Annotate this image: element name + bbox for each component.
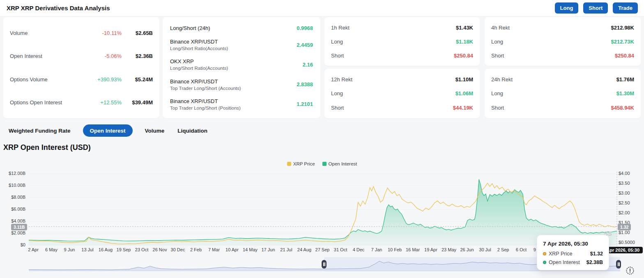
rekt-title-row: 4h Rekt$212.98K [491, 25, 634, 31]
short-button[interactable]: Short [583, 2, 608, 14]
left-axis-tick: $0 [0, 242, 25, 247]
ratio-sublabel: Long/Short Ratio(Accounts) [170, 46, 297, 51]
rekt-cards: 1h Rekt$1.43KLong$1.18KShort$250.844h Re… [324, 17, 641, 118]
ratio-row: Binance XRP/USDTTop Trader Long/Short (A… [170, 78, 313, 91]
ratio-labels: OKX XRPLong/Short Ratio(Accounts) [170, 58, 303, 71]
chart-settings-gear-icon[interactable] [625, 265, 635, 276]
stat-row: Options Volume+390.93%$5.24M [10, 76, 153, 83]
rekt-card: 1h Rekt$1.43KLong$1.18KShort$250.84 [324, 17, 480, 66]
rekt-title-row: 1h Rekt$1.43K [331, 25, 473, 31]
right-axis-tick: $3.50 [619, 181, 643, 186]
rekt-total-value: $1.43K [456, 25, 473, 31]
ratio-label: Binance XRP/USDT [170, 98, 297, 104]
rekt-short-value: $250.84 [615, 53, 634, 59]
rekt-short-value: $458.94K [611, 105, 634, 111]
navigator-handle-left[interactable] [322, 260, 327, 269]
stat-row: Open Interest-5.06%$2.36B [10, 53, 153, 59]
crosshair-oi-badge: 3.11B [11, 224, 27, 230]
stat-value: $5.24M [122, 76, 153, 83]
rekt-card: 4h Rekt$212.98KLong$212.73KShort$250.84 [485, 17, 641, 66]
chart-tabs: Weighted Funding RateOpen InterestVolume… [8, 124, 208, 137]
crosshair-price-badge: 1.32 [618, 224, 631, 230]
tooltip-series-value: $1.32 [590, 251, 603, 257]
rekt-card: 24h Rekt$1.76MLong$1.30MShort$458.94K [485, 69, 641, 118]
rekt-short-row: Short$250.84 [331, 53, 473, 59]
left-axis-tick: $2.00B [0, 230, 25, 235]
rekt-total-value: $1.10M [455, 76, 473, 83]
ratio-labels: Binance XRP/USDTLong/Short Ratio(Account… [170, 39, 297, 51]
left-axis-tick: $8.00B [0, 195, 25, 200]
legend-label: XRP Price [293, 161, 315, 166]
rekt-long-value: $1.30M [616, 90, 634, 96]
rekt-short-label: Short [491, 105, 504, 111]
rekt-long-row: Long$1.06M [331, 90, 473, 96]
tooltip-series-value: $2.38B [586, 260, 603, 265]
legend-item-open-interest[interactable]: Open Interest [322, 161, 357, 166]
market-stats-card: Volume-10.11%$2.65BOpen Interest-5.06%$2… [3, 17, 159, 118]
left-axis-tick: $6.00B [0, 207, 25, 211]
rekt-long-label: Long [491, 39, 503, 45]
stat-label: Options Open Interest [10, 99, 82, 106]
chart-tooltip: 7 Apr 2026, 05:30 XRP Price$1.32Open Int… [537, 235, 609, 270]
rekt-long-label: Long [331, 90, 343, 96]
stat-label: Volume [10, 30, 82, 36]
long-button[interactable]: Long [555, 2, 579, 14]
rekt-short-label: Short [331, 53, 344, 59]
ratio-value: 0.9968 [297, 25, 313, 31]
legend-item-xrp-price[interactable]: XRP Price [287, 161, 315, 166]
rekt-card: 12h Rekt$1.10MLong$1.06MShort$44.19K [324, 69, 480, 118]
legend-label: Open Interest [329, 161, 357, 166]
rekt-long-label: Long [491, 90, 503, 96]
left-axis-tick: $4.00B [0, 218, 25, 223]
left-axis-tick: $10.00B [0, 183, 25, 188]
header-actions: LongShortTrade [555, 2, 638, 14]
tooltip-series-dot [543, 261, 546, 264]
legend-swatch [287, 162, 291, 166]
right-axis-tick: $3.00 [619, 191, 643, 195]
ratio-row: OKX XRPLong/Short Ratio(Accounts)2.16 [170, 58, 313, 71]
right-axis-tick: $2.00 [619, 210, 643, 215]
rekt-long-row: Long$212.73K [491, 39, 634, 45]
tooltip-row: XRP Price$1.32 [543, 251, 603, 257]
trade-button[interactable]: Trade [613, 2, 638, 14]
tooltip-series-label: XRP Price [549, 251, 590, 257]
stat-row: Volume-10.11%$2.65B [10, 30, 153, 36]
ratio-value: 2.8388 [297, 81, 313, 87]
tooltip-series-label: Open Interest [549, 260, 586, 265]
tooltip-date: 7 Apr 2026, 05:30 [543, 241, 603, 247]
tab-open-interest[interactable]: Open Interest [83, 124, 133, 137]
ratio-value: 2.4459 [297, 42, 313, 48]
rekt-title-row: 12h Rekt$1.10M [331, 76, 473, 83]
stat-change: -10.11% [82, 30, 122, 36]
stat-row: Options Open Interest+12.55%$39.49M [10, 99, 153, 106]
rekt-title: 24h Rekt [491, 76, 513, 83]
right-axis-tick: $1.00 [619, 230, 643, 235]
ratio-value: 1.2101 [297, 101, 313, 107]
legend-swatch [322, 162, 327, 166]
rekt-long-row: Long$1.30M [491, 90, 634, 96]
ratio-row: Long/Short (24h)0.9968 [170, 25, 313, 31]
rekt-title: 12h Rekt [331, 76, 352, 83]
rekt-long-value: $1.06M [455, 90, 473, 96]
page-title: XRP XRP Derivatives Data Analysis [7, 5, 110, 11]
tab-liquidation[interactable]: Liquidation [177, 124, 208, 137]
navigator-handle-right[interactable] [616, 260, 621, 269]
rekt-short-value: $250.84 [454, 53, 473, 59]
rekt-short-value: $44.19K [453, 105, 473, 111]
right-axis-tick: $4.00 [619, 171, 643, 176]
ratio-label: Binance XRP/USDT [170, 78, 297, 85]
rekt-long-row: Long$1.18K [331, 39, 473, 45]
right-axis-tick: $0.5000 [619, 240, 643, 245]
ratio-sublabel: Top Trader Long/Short (Positions) [170, 106, 297, 110]
ratio-label: OKX XRP [170, 58, 303, 64]
stat-label: Open Interest [10, 53, 82, 59]
stat-change: -5.06% [82, 53, 122, 59]
tab-volume[interactable]: Volume [144, 124, 166, 137]
tab-weighted-funding-rate[interactable]: Weighted Funding Rate [8, 124, 71, 137]
rekt-long-value: $212.73K [611, 39, 634, 45]
tooltip-row: Open Interest$2.38B [543, 260, 603, 265]
long-short-ratio-card: Long/Short (24h)0.9968Binance XRP/USDTLo… [163, 17, 320, 118]
right-axis-tick: $2.50 [619, 200, 643, 205]
ratio-row: Binance XRP/USDTTop Trader Long/Short (P… [170, 98, 313, 110]
stat-label: Options Volume [10, 76, 82, 83]
